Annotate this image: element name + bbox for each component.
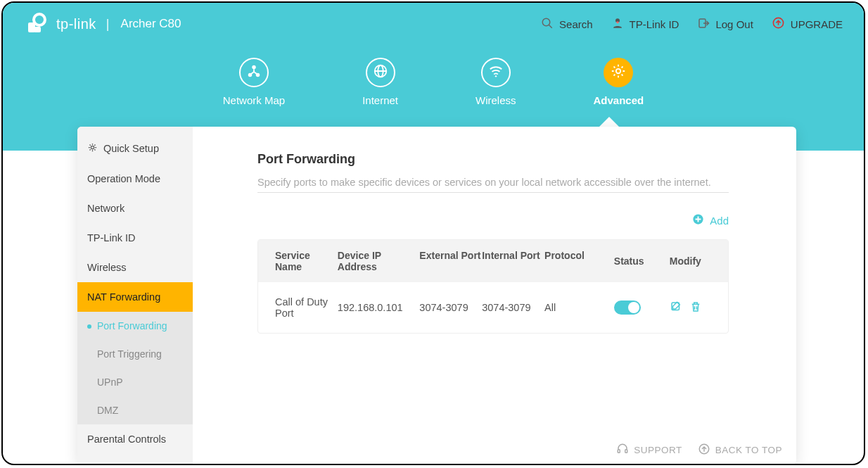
upgrade-label: UPGRADE (791, 18, 843, 30)
svg-point-15 (616, 69, 620, 73)
sidebar-qos-label: QoS (87, 463, 108, 464)
sidebar-sub-dmz[interactable]: DMZ (77, 396, 193, 424)
brand-name: tp-link (56, 16, 96, 32)
tp-link-logo-icon (24, 11, 49, 37)
tab-advanced-label: Advanced (594, 94, 644, 106)
cell-int: 3074-3079 (482, 302, 544, 313)
sidebar-pt-label: Port Triggering (97, 348, 162, 360)
back-to-top-button[interactable]: BACK TO TOP (698, 443, 782, 457)
sidebar-sub-port-forwarding[interactable]: Port Forwarding (77, 312, 193, 340)
search-button[interactable]: Search (541, 17, 593, 32)
sidebar-quick-setup-label: Quick Setup (103, 143, 159, 154)
svg-point-8 (252, 65, 256, 70)
sidebar-item-network[interactable]: Network (77, 194, 193, 223)
logout-button[interactable]: Log Out (697, 17, 753, 32)
arrow-up-circle-icon (698, 443, 710, 457)
divider (257, 192, 729, 193)
active-tab-pointer (599, 117, 619, 127)
cell-modify (670, 301, 711, 315)
svg-rect-2 (34, 27, 41, 32)
tplink-id-button[interactable]: TP-Link ID (611, 17, 679, 32)
sidebar-item-tplink-id[interactable]: TP-Link ID (77, 223, 193, 253)
port-forwarding-table: Service Name Device IP Address External … (257, 239, 729, 334)
network-map-icon (246, 63, 262, 82)
th-ext: External Port (419, 250, 482, 272)
headset-icon (616, 443, 629, 457)
tab-wireless-label: Wireless (476, 94, 516, 106)
sidebar-pf-label: Port Forwarding (97, 320, 167, 331)
table-header: Service Name Device IP Address External … (258, 240, 728, 282)
cell-proto: All (544, 302, 614, 313)
svg-point-3 (542, 18, 550, 26)
sidebar-parental-label: Parental Controls (87, 434, 166, 445)
support-label: SUPPORT (634, 445, 682, 455)
edit-icon[interactable] (670, 301, 682, 315)
svg-point-0 (34, 14, 45, 25)
sidebar-tplink-id-label: TP-Link ID (87, 232, 136, 244)
plus-circle-icon (691, 213, 705, 228)
logout-icon (697, 17, 710, 32)
sidebar-item-nat-forwarding[interactable]: NAT Forwarding (77, 282, 193, 312)
upgrade-button[interactable]: UPGRADE (772, 16, 843, 32)
tplink-id-label: TP-Link ID (630, 18, 679, 30)
tab-network-map[interactable]: Network Map (223, 58, 285, 106)
tab-internet[interactable]: Internet (362, 58, 398, 106)
th-ip: Device IP Address (338, 250, 420, 272)
support-button[interactable]: SUPPORT (616, 443, 682, 457)
sidebar-upnp-label: UPnP (97, 377, 123, 388)
table-row: Call of Duty Port 192.168.0.101 3074-307… (258, 282, 728, 333)
sidebar-sub-upnp[interactable]: UPnP (77, 368, 193, 396)
tab-advanced[interactable]: Advanced (594, 58, 644, 106)
logout-label: Log Out (715, 18, 753, 30)
svg-point-14 (495, 75, 497, 77)
sidebar-item-quick-setup[interactable]: Quick Setup (77, 127, 193, 164)
add-button[interactable]: Add (691, 213, 729, 228)
svg-rect-19 (618, 450, 620, 453)
sidebar-sub-port-triggering[interactable]: Port Triggering (77, 340, 193, 368)
globe-icon (373, 63, 388, 82)
gear-icon (611, 63, 626, 82)
th-status: Status (614, 250, 670, 272)
sidebar-item-parental-controls[interactable]: Parental Controls (77, 424, 193, 454)
status-toggle[interactable] (614, 301, 641, 315)
cell-ip: 192.168.0.101 (338, 302, 420, 313)
user-heart-icon (611, 17, 624, 32)
gear-small-icon (87, 142, 98, 155)
cell-ext: 3074-3079 (419, 302, 482, 313)
brand-logo-area: tp-link | Archer C80 (24, 11, 181, 37)
sidebar-nat-label: NAT Forwarding (87, 291, 160, 303)
th-int: Internal Port (482, 250, 544, 272)
tab-wireless[interactable]: Wireless (476, 58, 516, 106)
sidebar-operation-mode-label: Operation Mode (87, 173, 160, 184)
svg-point-16 (91, 146, 94, 148)
sidebar-network-label: Network (87, 203, 125, 214)
wifi-icon (488, 63, 504, 82)
page-title: Port Forwarding (257, 152, 762, 167)
svg-line-4 (549, 25, 552, 28)
brand-divider: | (106, 17, 110, 32)
svg-rect-20 (625, 450, 627, 453)
cell-status (614, 301, 670, 315)
tab-internet-label: Internet (362, 94, 398, 106)
th-proto: Protocol (544, 250, 614, 272)
tab-network-map-label: Network Map (223, 94, 285, 106)
upgrade-icon (772, 16, 785, 32)
sidebar-wireless-label: Wireless (87, 262, 127, 273)
sidebar-dmz-label: DMZ (97, 405, 118, 416)
th-service: Service Name (275, 250, 338, 272)
sidebar: Quick Setup Operation Mode Network TP-Li… (77, 127, 193, 464)
sidebar-item-operation-mode[interactable]: Operation Mode (77, 164, 193, 194)
page-description: Specify ports to make specific devices o… (257, 177, 762, 188)
delete-icon[interactable] (689, 301, 702, 315)
back-to-top-label: BACK TO TOP (715, 445, 782, 455)
search-label: Search (559, 18, 593, 30)
search-icon (541, 17, 554, 32)
add-label: Add (710, 215, 729, 227)
brand-model: Archer C80 (121, 17, 181, 31)
sidebar-item-qos[interactable]: QoS (77, 454, 193, 464)
th-modify: Modify (670, 250, 711, 272)
cell-service: Call of Duty Port (275, 296, 338, 319)
sidebar-item-wireless[interactable]: Wireless (77, 253, 193, 282)
